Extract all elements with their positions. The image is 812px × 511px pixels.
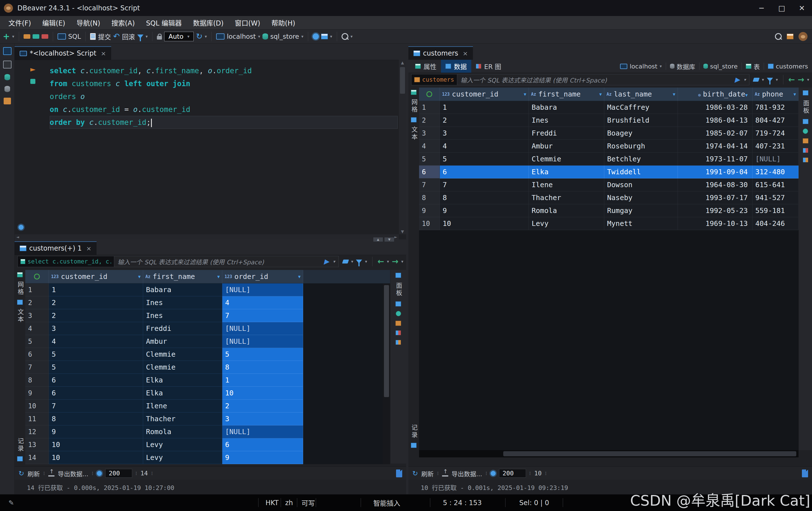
- cell-customer_id[interactable]: 2: [49, 309, 143, 322]
- quick-search-icon[interactable]: [342, 33, 348, 40]
- cell-birth_date[interactable]: 1964-08-30: [678, 178, 753, 191]
- row-number[interactable]: 11: [25, 413, 49, 425]
- cell-customer_id[interactable]: 4: [49, 335, 143, 348]
- cell-first_name[interactable]: Babara: [143, 283, 222, 296]
- cell-order_id[interactable]: 4: [222, 296, 303, 309]
- grid-view-icon[interactable]: [17, 272, 23, 277]
- cell-phone[interactable]: 407-231: [753, 140, 799, 153]
- settings-icon[interactable]: [313, 33, 319, 39]
- refresh-label[interactable]: 刷新: [421, 469, 434, 478]
- row-number[interactable]: 9: [419, 204, 440, 217]
- connect-icon[interactable]: [24, 34, 30, 39]
- results-tab[interactable]: customers(+) 1 ×: [14, 241, 96, 255]
- menu-sql-editor[interactable]: SQL 编辑器: [140, 16, 187, 29]
- database-navigator-icon[interactable]: [3, 47, 11, 55]
- scroll-down-icon[interactable]: ▼: [399, 229, 406, 234]
- filter-source-segment[interactable]: customers: [411, 74, 457, 85]
- panel-layout-icon[interactable]: [321, 34, 328, 39]
- cell-customer_id[interactable]: 4: [440, 140, 529, 153]
- menu-search[interactable]: 搜索(A): [106, 16, 140, 29]
- row-number[interactable]: 7: [25, 361, 49, 374]
- row-number[interactable]: 10: [25, 399, 49, 413]
- sort-icon[interactable]: ▼: [217, 270, 220, 283]
- text-view-icon[interactable]: [17, 300, 23, 305]
- cell-last_name[interactable]: Dowson: [604, 178, 678, 191]
- cell-first_name[interactable]: Elka: [143, 374, 222, 387]
- chevron-down-icon[interactable]: ▾: [387, 259, 389, 264]
- cell-order_id[interactable]: 10: [222, 387, 303, 399]
- column-header-customer_id[interactable]: 123customer_id▼: [440, 88, 529, 101]
- cell-birth_date[interactable]: 1986-03-28: [678, 101, 753, 114]
- export-label[interactable]: 导出数据...: [58, 469, 88, 478]
- chevron-down-icon[interactable]: ▾: [330, 34, 332, 39]
- close-tab-icon[interactable]: ×: [86, 245, 91, 252]
- row-number[interactable]: 3: [419, 127, 440, 140]
- sort-icon[interactable]: ▼: [298, 270, 300, 283]
- cell-first_name[interactable]: Babara: [529, 101, 604, 114]
- filter-icon[interactable]: [767, 78, 773, 82]
- refresh-icon[interactable]: ↻: [19, 470, 24, 477]
- cell-order_id[interactable]: [NULL]: [222, 322, 303, 335]
- database-icon[interactable]: [262, 33, 268, 39]
- panel-sash[interactable]: ▲▼: [373, 237, 394, 242]
- cell-customer_id[interactable]: 6: [49, 387, 143, 399]
- connection-selector[interactable]: localhost: [227, 33, 256, 40]
- chevron-down-icon[interactable]: ▾: [301, 34, 304, 39]
- sort-icon[interactable]: ▼: [524, 88, 526, 101]
- cell-phone[interactable]: 615-641: [753, 178, 799, 191]
- database-selector[interactable]: sql_store: [270, 33, 299, 40]
- sql-code-area[interactable]: select c.customer_id, c.first_name, o.or…: [50, 64, 398, 129]
- cell-first_name[interactable]: Freddi: [143, 322, 222, 335]
- cell-customer_id[interactable]: 1: [440, 101, 529, 114]
- commit-icon[interactable]: [90, 33, 96, 40]
- cell-customer_id[interactable]: 3: [440, 127, 529, 140]
- cell-last_name[interactable]: Brushfield: [604, 114, 678, 127]
- connection-icon[interactable]: [216, 33, 225, 39]
- breadcrumb-databases[interactable]: 数据库: [670, 62, 695, 71]
- breadcrumb-table[interactable]: customers: [768, 63, 808, 70]
- cell-phone[interactable]: 781-932: [753, 101, 799, 114]
- cell-last_name[interactable]: Betchley: [604, 153, 678, 166]
- menu-edit[interactable]: 编辑(E): [37, 16, 71, 29]
- timezone-indicator[interactable]: HKT: [265, 494, 279, 511]
- cell-first_name[interactable]: Elka: [529, 166, 604, 178]
- save-report-icon[interactable]: [802, 470, 808, 477]
- row-number[interactable]: 8: [25, 374, 49, 387]
- cell-customer_id[interactable]: 5: [440, 153, 529, 166]
- cell-last_name[interactable]: Naseby: [604, 191, 678, 204]
- grid-vertical-scrollbar[interactable]: [383, 283, 390, 464]
- cell-first_name[interactable]: Ines: [143, 296, 222, 309]
- chevron-down-icon[interactable]: ▾: [744, 77, 746, 82]
- forward-icon[interactable]: →: [392, 258, 398, 265]
- save-report-icon[interactable]: [396, 470, 402, 477]
- menu-database[interactable]: 数据库(D): [187, 16, 229, 29]
- apply-filter-icon[interactable]: ▶: [734, 76, 740, 84]
- chevron-down-icon[interactable]: ▾: [351, 259, 353, 264]
- record-mode-icon[interactable]: [17, 456, 23, 461]
- commit-label[interactable]: 提交: [98, 32, 111, 41]
- breadcrumb-database[interactable]: sql_store: [703, 63, 737, 70]
- cell-customer_id[interactable]: 9: [49, 425, 143, 438]
- filter-input[interactable]: 输入一个 SQL 表达式来过滤结果 (使用 Ctrl+Space) ▶ ▾: [114, 256, 339, 267]
- close-tab-icon[interactable]: ×: [463, 50, 468, 57]
- scrollbar-thumb[interactable]: [384, 285, 389, 397]
- cell-customer_id[interactable]: 10: [440, 217, 529, 230]
- cell-first_name[interactable]: Clemmie: [529, 153, 604, 166]
- panel-grid-icon[interactable]: [803, 90, 808, 95]
- record-mode-label[interactable]: 记录: [16, 438, 24, 452]
- row-number[interactable]: 4: [25, 322, 49, 335]
- cell-phone[interactable]: 719-724: [753, 127, 799, 140]
- cell-first_name[interactable]: Romola: [529, 204, 604, 217]
- menu-file[interactable]: 文件(F): [3, 16, 37, 29]
- cell-customer_id[interactable]: 10: [49, 451, 143, 464]
- references-panel-icon[interactable]: [396, 340, 401, 345]
- cell-order_id[interactable]: 1: [222, 374, 303, 387]
- close-tab-icon[interactable]: ×: [101, 50, 106, 57]
- chevron-down-icon[interactable]: ▾: [333, 259, 335, 264]
- cell-first_name[interactable]: Thacher: [529, 191, 604, 204]
- cell-first_name[interactable]: Levy: [143, 438, 222, 451]
- row-number[interactable]: 13: [25, 438, 49, 451]
- row-number[interactable]: 8: [419, 191, 440, 204]
- caret-position-indicator[interactable]: 5 : 24 : 153: [443, 494, 482, 511]
- back-icon[interactable]: ←: [788, 76, 795, 83]
